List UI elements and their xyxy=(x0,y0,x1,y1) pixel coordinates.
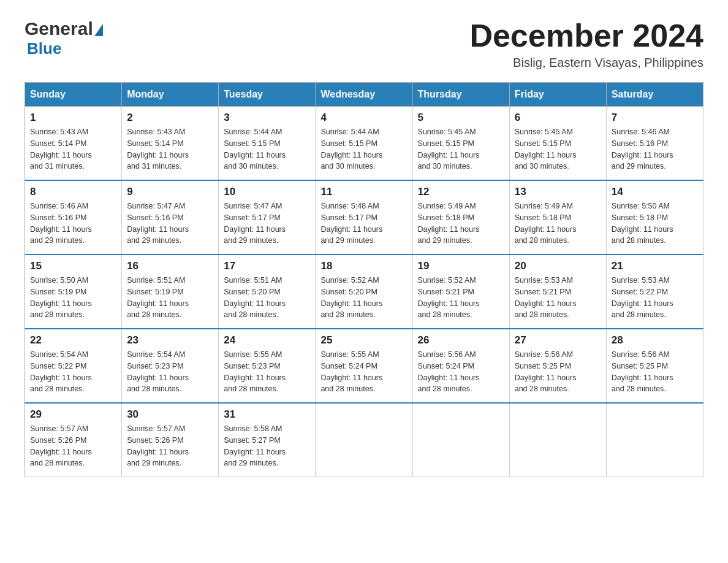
day-number: 1 xyxy=(30,112,116,124)
day-number: 16 xyxy=(127,260,213,272)
day-info: Sunrise: 5:50 AMSunset: 5:19 PMDaylight:… xyxy=(30,275,116,321)
day-info: Sunrise: 5:43 AMSunset: 5:14 PMDaylight:… xyxy=(30,126,116,172)
table-row: 5Sunrise: 5:45 AMSunset: 5:15 PMDaylight… xyxy=(412,107,509,181)
day-info: Sunrise: 5:56 AMSunset: 5:25 PMDaylight:… xyxy=(612,349,698,395)
day-number: 10 xyxy=(224,186,310,198)
day-number: 13 xyxy=(515,186,601,198)
col-sunday: Sunday xyxy=(25,83,122,107)
day-number: 9 xyxy=(127,186,213,198)
table-row: 2Sunrise: 5:43 AMSunset: 5:14 PMDaylight… xyxy=(122,107,219,181)
day-number: 19 xyxy=(418,260,504,272)
day-number: 3 xyxy=(224,112,310,124)
table-row: 21Sunrise: 5:53 AMSunset: 5:22 PMDayligh… xyxy=(606,255,703,329)
table-row: 24Sunrise: 5:55 AMSunset: 5:23 PMDayligh… xyxy=(219,329,316,403)
day-number: 26 xyxy=(418,334,504,347)
day-number: 6 xyxy=(515,112,601,124)
table-row xyxy=(412,403,509,477)
logo-general-text: General xyxy=(25,18,93,39)
day-number: 27 xyxy=(515,334,601,347)
logo-triangle-icon xyxy=(94,24,103,36)
table-row: 11Sunrise: 5:48 AMSunset: 5:17 PMDayligh… xyxy=(316,180,412,255)
day-info: Sunrise: 5:48 AMSunset: 5:17 PMDaylight:… xyxy=(320,201,407,247)
day-number: 17 xyxy=(224,260,310,272)
day-info: Sunrise: 5:56 AMSunset: 5:25 PMDaylight:… xyxy=(515,349,601,395)
table-row: 16Sunrise: 5:51 AMSunset: 5:19 PMDayligh… xyxy=(122,255,219,329)
table-row: 28Sunrise: 5:56 AMSunset: 5:25 PMDayligh… xyxy=(606,329,703,403)
page-header: General Blue December 2024 Bislig, Easte… xyxy=(25,18,703,70)
table-row: 9Sunrise: 5:47 AMSunset: 5:16 PMDaylight… xyxy=(122,180,219,255)
col-tuesday: Tuesday xyxy=(219,83,316,107)
table-row: 3Sunrise: 5:44 AMSunset: 5:15 PMDaylight… xyxy=(219,107,316,181)
logo: General Blue xyxy=(25,18,103,58)
table-row xyxy=(606,403,703,477)
table-row: 10Sunrise: 5:47 AMSunset: 5:17 PMDayligh… xyxy=(219,180,316,255)
table-row: 22Sunrise: 5:54 AMSunset: 5:22 PMDayligh… xyxy=(25,329,122,403)
col-monday: Monday xyxy=(122,83,219,107)
day-number: 29 xyxy=(30,408,116,421)
day-number: 8 xyxy=(30,186,116,198)
day-info: Sunrise: 5:58 AMSunset: 5:27 PMDaylight:… xyxy=(224,423,310,469)
day-info: Sunrise: 5:46 AMSunset: 5:16 PMDaylight:… xyxy=(30,201,116,247)
col-friday: Friday xyxy=(509,83,606,107)
day-info: Sunrise: 5:54 AMSunset: 5:23 PMDaylight:… xyxy=(127,349,213,395)
table-row: 6Sunrise: 5:45 AMSunset: 5:15 PMDaylight… xyxy=(509,107,606,181)
day-info: Sunrise: 5:51 AMSunset: 5:19 PMDaylight:… xyxy=(127,275,213,321)
day-number: 4 xyxy=(320,112,407,124)
table-row: 8Sunrise: 5:46 AMSunset: 5:16 PMDaylight… xyxy=(25,180,122,255)
day-number: 22 xyxy=(30,334,116,347)
day-number: 30 xyxy=(127,408,213,421)
day-number: 7 xyxy=(612,112,698,124)
table-row: 20Sunrise: 5:53 AMSunset: 5:21 PMDayligh… xyxy=(509,255,606,329)
day-info: Sunrise: 5:55 AMSunset: 5:23 PMDaylight:… xyxy=(224,349,310,395)
calendar-week-row: 15Sunrise: 5:50 AMSunset: 5:19 PMDayligh… xyxy=(25,255,703,329)
calendar-week-row: 22Sunrise: 5:54 AMSunset: 5:22 PMDayligh… xyxy=(25,329,703,403)
table-row: 12Sunrise: 5:49 AMSunset: 5:18 PMDayligh… xyxy=(412,180,509,255)
day-info: Sunrise: 5:57 AMSunset: 5:26 PMDaylight:… xyxy=(30,423,116,469)
table-row: 13Sunrise: 5:49 AMSunset: 5:18 PMDayligh… xyxy=(509,180,606,255)
day-number: 18 xyxy=(320,260,407,272)
day-info: Sunrise: 5:47 AMSunset: 5:17 PMDaylight:… xyxy=(224,201,310,247)
day-number: 28 xyxy=(612,334,698,347)
col-wednesday: Wednesday xyxy=(316,83,412,107)
table-row: 18Sunrise: 5:52 AMSunset: 5:20 PMDayligh… xyxy=(316,255,412,329)
calendar-week-row: 8Sunrise: 5:46 AMSunset: 5:16 PMDaylight… xyxy=(25,180,703,255)
day-info: Sunrise: 5:45 AMSunset: 5:15 PMDaylight:… xyxy=(418,126,504,172)
calendar-week-row: 1Sunrise: 5:43 AMSunset: 5:14 PMDaylight… xyxy=(25,107,703,181)
table-row: 30Sunrise: 5:57 AMSunset: 5:26 PMDayligh… xyxy=(122,403,219,477)
table-row: 29Sunrise: 5:57 AMSunset: 5:26 PMDayligh… xyxy=(25,403,122,477)
day-info: Sunrise: 5:47 AMSunset: 5:16 PMDaylight:… xyxy=(127,201,213,247)
table-row xyxy=(509,403,606,477)
day-info: Sunrise: 5:46 AMSunset: 5:16 PMDaylight:… xyxy=(612,126,698,172)
table-row: 14Sunrise: 5:50 AMSunset: 5:18 PMDayligh… xyxy=(606,180,703,255)
day-number: 15 xyxy=(30,260,116,272)
table-row: 26Sunrise: 5:56 AMSunset: 5:24 PMDayligh… xyxy=(412,329,509,403)
table-row: 17Sunrise: 5:51 AMSunset: 5:20 PMDayligh… xyxy=(219,255,316,329)
day-number: 2 xyxy=(127,112,213,124)
table-row: 27Sunrise: 5:56 AMSunset: 5:25 PMDayligh… xyxy=(509,329,606,403)
day-info: Sunrise: 5:45 AMSunset: 5:15 PMDaylight:… xyxy=(515,126,601,172)
table-row xyxy=(316,403,412,477)
day-info: Sunrise: 5:44 AMSunset: 5:15 PMDaylight:… xyxy=(224,126,310,172)
day-info: Sunrise: 5:53 AMSunset: 5:21 PMDaylight:… xyxy=(515,275,601,321)
day-info: Sunrise: 5:49 AMSunset: 5:18 PMDaylight:… xyxy=(515,201,601,247)
day-info: Sunrise: 5:43 AMSunset: 5:14 PMDaylight:… xyxy=(127,126,213,172)
location-text: Bislig, Eastern Visayas, Philippines xyxy=(469,56,703,70)
calendar-week-row: 29Sunrise: 5:57 AMSunset: 5:26 PMDayligh… xyxy=(25,403,703,477)
day-number: 5 xyxy=(418,112,504,124)
day-number: 31 xyxy=(224,408,310,421)
table-row: 19Sunrise: 5:52 AMSunset: 5:21 PMDayligh… xyxy=(412,255,509,329)
logo-blue-text: Blue xyxy=(27,39,61,58)
day-info: Sunrise: 5:56 AMSunset: 5:24 PMDaylight:… xyxy=(418,349,504,395)
day-info: Sunrise: 5:54 AMSunset: 5:22 PMDaylight:… xyxy=(30,349,116,395)
table-row: 31Sunrise: 5:58 AMSunset: 5:27 PMDayligh… xyxy=(219,403,316,477)
day-number: 25 xyxy=(320,334,407,347)
day-info: Sunrise: 5:52 AMSunset: 5:20 PMDaylight:… xyxy=(320,275,407,321)
table-row: 7Sunrise: 5:46 AMSunset: 5:16 PMDaylight… xyxy=(606,107,703,181)
table-row: 15Sunrise: 5:50 AMSunset: 5:19 PMDayligh… xyxy=(25,255,122,329)
col-thursday: Thursday xyxy=(412,83,509,107)
table-row: 23Sunrise: 5:54 AMSunset: 5:23 PMDayligh… xyxy=(122,329,219,403)
day-number: 12 xyxy=(418,186,504,198)
day-number: 24 xyxy=(224,334,310,347)
day-number: 14 xyxy=(612,186,698,198)
calendar-header-row: Sunday Monday Tuesday Wednesday Thursday… xyxy=(25,83,703,107)
